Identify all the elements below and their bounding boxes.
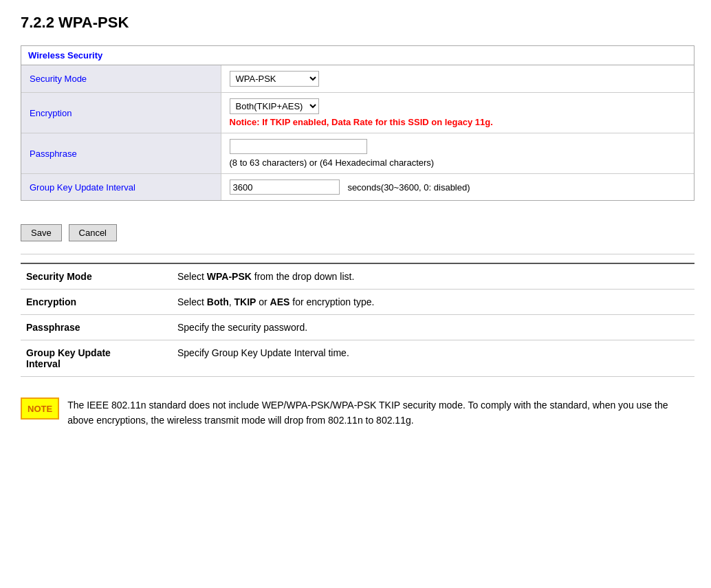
desc-row-group-key: Group Key UpdateInterval Specify Group K… <box>21 340 694 377</box>
encryption-value: Both(TKIP+AES) TKIP AES Notice: If TKIP … <box>221 93 694 133</box>
desc-value-encryption: Select Both, TKIP or AES for encryption … <box>172 290 694 315</box>
interval-hint: seconds(30~3600, 0: disabled) <box>347 182 470 193</box>
group-key-value: seconds(30~3600, 0: disabled) <box>221 174 694 201</box>
encryption-row: Encryption Both(TKIP+AES) TKIP AES Notic… <box>21 93 694 133</box>
desc-value-security-mode: Select WPA-PSK from the drop down list. <box>172 263 694 290</box>
cancel-button[interactable]: Cancel <box>69 224 117 241</box>
encryption-label: Encryption <box>21 93 221 133</box>
passphrase-hint: (8 to 63 characters) or (64 Hexadecimal … <box>230 157 435 168</box>
form-table: Security Mode WPA-PSK WPA2-PSK WEP Disab… <box>21 65 694 200</box>
note-badge: NOTE <box>21 398 59 420</box>
passphrase-value: (8 to 63 characters) or (64 Hexadecimal … <box>221 133 694 174</box>
encryption-select[interactable]: Both(TKIP+AES) TKIP AES <box>230 98 319 114</box>
desc-row-security-mode: Security Mode Select WPA-PSK from the dr… <box>21 263 694 290</box>
page-title: 7.2.2 WPA-PSK <box>21 14 690 32</box>
note-text: The IEEE 802.11n standard does not inclu… <box>67 398 694 428</box>
security-mode-value: WPA-PSK WPA2-PSK WEP Disable <box>221 65 694 93</box>
note-section: NOTE The IEEE 802.11n standard does not … <box>21 398 694 428</box>
desc-value-group-key: Specify Group Key Update Interval time. <box>172 340 694 377</box>
passphrase-input[interactable] <box>230 139 367 154</box>
button-row: Save Cancel <box>21 224 690 241</box>
passphrase-row: Passphrase (8 to 63 characters) or (64 H… <box>21 133 694 174</box>
save-button[interactable]: Save <box>21 224 62 241</box>
desc-bold-wpa-psk: WPA-PSK <box>207 271 252 282</box>
desc-label-passphrase: Passphrase <box>21 315 172 340</box>
desc-bold-tkip: TKIP <box>234 296 256 307</box>
divider <box>21 254 694 254</box>
desc-label-encryption: Encryption <box>21 290 172 315</box>
wireless-security-panel: Wireless Security Security Mode WPA-PSK … <box>21 45 694 201</box>
encryption-notice: Notice: If TKIP enabled, Data Rate for t… <box>230 117 686 127</box>
interval-input[interactable] <box>230 179 340 195</box>
desc-row-encryption: Encryption Select Both, TKIP or AES for … <box>21 290 694 315</box>
security-mode-select[interactable]: WPA-PSK WPA2-PSK WEP Disable <box>230 71 319 87</box>
desc-row-passphrase: Passphrase Specify the security password… <box>21 315 694 340</box>
desc-label-group-key: Group Key UpdateInterval <box>21 340 172 377</box>
group-key-row: Group Key Update Interval seconds(30~360… <box>21 174 694 201</box>
desc-label-security-mode: Security Mode <box>21 263 172 290</box>
security-mode-label: Security Mode <box>21 65 221 93</box>
passphrase-label: Passphrase <box>21 133 221 174</box>
panel-header: Wireless Security <box>21 46 694 65</box>
desc-value-passphrase: Specify the security password. <box>172 315 694 340</box>
description-table: Security Mode Select WPA-PSK from the dr… <box>21 263 694 377</box>
desc-bold-both: Both <box>207 296 229 307</box>
security-mode-row: Security Mode WPA-PSK WPA2-PSK WEP Disab… <box>21 65 694 93</box>
desc-bold-aes: AES <box>270 296 290 307</box>
group-key-label: Group Key Update Interval <box>21 174 221 201</box>
